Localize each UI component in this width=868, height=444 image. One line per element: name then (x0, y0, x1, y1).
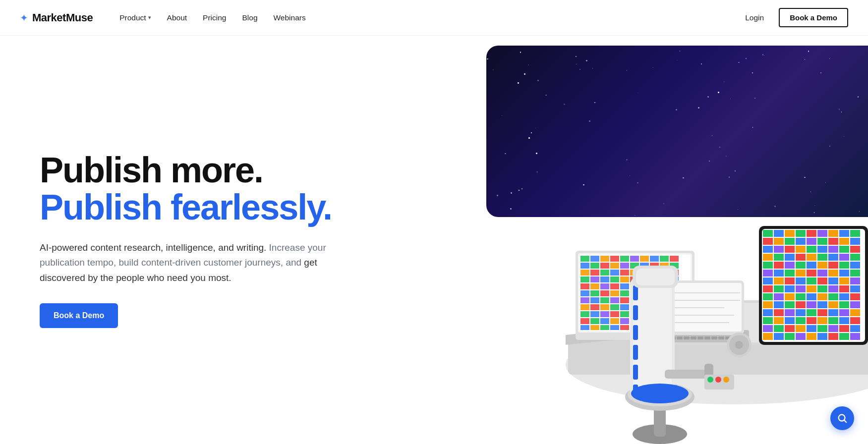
nav-links: Product ▾ About Pricing Blog Webinars (113, 9, 738, 26)
svg-point-305 (723, 377, 729, 383)
svg-rect-16 (590, 263, 599, 269)
svg-rect-126 (717, 332, 723, 335)
svg-rect-234 (807, 301, 816, 308)
svg-rect-264 (839, 325, 849, 332)
book-demo-nav-button[interactable]: Book a Demo (779, 8, 848, 27)
svg-rect-248 (763, 317, 773, 324)
hero-heading-line2: Publish fearlessly. (40, 189, 332, 226)
svg-rect-295 (633, 365, 638, 380)
nav-product[interactable]: Product ▾ (113, 9, 158, 26)
svg-rect-156 (839, 230, 849, 237)
login-button[interactable]: Login (738, 9, 771, 26)
svg-rect-113 (660, 325, 669, 330)
svg-rect-192 (839, 262, 849, 269)
svg-rect-13 (660, 256, 669, 262)
svg-rect-169 (785, 246, 795, 253)
svg-rect-98 (610, 318, 619, 324)
nav-blog[interactable]: Blog (235, 9, 264, 26)
svg-rect-247 (850, 309, 860, 316)
svg-rect-14 (670, 256, 679, 262)
nav-about[interactable]: About (160, 9, 194, 26)
svg-rect-261 (807, 325, 816, 332)
svg-rect-213 (774, 285, 784, 292)
svg-rect-5 (580, 256, 589, 262)
svg-rect-204 (774, 278, 784, 284)
svg-rect-226 (817, 293, 827, 300)
svg-rect-221 (763, 293, 773, 300)
svg-rect-4 (579, 255, 691, 331)
svg-rect-33 (660, 270, 669, 276)
svg-rect-9 (620, 256, 629, 262)
svg-rect-187 (785, 262, 795, 269)
svg-rect-18 (610, 263, 619, 269)
svg-point-140 (661, 340, 669, 348)
svg-rect-201 (839, 270, 849, 277)
svg-rect-11 (640, 256, 649, 262)
svg-rect-34 (670, 270, 679, 276)
svg-rect-128 (731, 332, 737, 335)
svg-rect-212 (763, 285, 773, 292)
svg-rect-202 (850, 270, 860, 277)
svg-rect-148 (762, 229, 865, 342)
svg-point-288 (628, 383, 692, 406)
svg-rect-94 (670, 311, 679, 317)
svg-rect-49 (620, 283, 629, 289)
svg-rect-136 (711, 336, 717, 339)
svg-rect-130 (662, 336, 676, 339)
svg-rect-259 (785, 325, 795, 332)
svg-rect-249 (774, 317, 784, 324)
svg-rect-190 (817, 262, 827, 269)
svg-rect-178 (785, 254, 795, 261)
svg-rect-135 (704, 336, 710, 339)
svg-rect-168 (774, 246, 784, 253)
book-demo-hero-button[interactable]: Book a Demo (40, 303, 118, 328)
svg-rect-263 (828, 325, 838, 332)
svg-rect-74 (670, 297, 679, 303)
svg-rect-142 (858, 276, 866, 295)
svg-rect-183 (839, 254, 849, 261)
nav-pricing[interactable]: Pricing (196, 9, 233, 26)
svg-rect-193 (850, 262, 860, 269)
svg-rect-252 (807, 317, 816, 324)
svg-rect-186 (774, 262, 784, 269)
svg-rect-173 (828, 246, 838, 253)
svg-rect-122 (690, 332, 695, 335)
svg-rect-243 (807, 309, 816, 316)
hero-heading-line1: Publish more. (40, 152, 332, 189)
svg-rect-12 (650, 256, 659, 262)
logo[interactable]: ✦ MarketMuse (20, 11, 93, 24)
svg-rect-165 (839, 238, 849, 245)
svg-rect-265 (850, 325, 860, 332)
svg-rect-24 (670, 263, 679, 269)
svg-rect-124 (703, 332, 709, 335)
svg-rect-106 (590, 325, 599, 330)
svg-rect-273 (839, 333, 849, 340)
search-bubble[interactable] (830, 406, 854, 430)
svg-rect-55 (580, 290, 589, 296)
svg-rect-255 (839, 317, 849, 324)
svg-point-287 (625, 383, 694, 411)
svg-rect-217 (817, 285, 827, 292)
svg-rect-91 (640, 311, 649, 317)
svg-rect-127 (724, 332, 730, 335)
svg-rect-85 (580, 311, 589, 317)
svg-rect-232 (785, 301, 795, 308)
svg-rect-123 (696, 332, 702, 335)
svg-rect-53 (660, 283, 669, 289)
svg-rect-191 (828, 262, 838, 269)
svg-rect-241 (785, 309, 795, 316)
svg-rect-30 (630, 270, 639, 276)
svg-rect-54 (670, 283, 679, 289)
svg-rect-26 (590, 270, 599, 276)
hero-description: AI-powered content research, intelligenc… (40, 240, 327, 285)
svg-rect-205 (785, 278, 795, 284)
nav-webinars[interactable]: Webinars (267, 9, 313, 26)
svg-rect-83 (660, 304, 669, 310)
svg-rect-75 (580, 304, 589, 310)
svg-rect-231 (774, 301, 784, 308)
svg-rect-99 (620, 318, 629, 324)
svg-rect-97 (600, 318, 609, 324)
svg-rect-208 (817, 278, 827, 284)
svg-rect-223 (785, 293, 795, 300)
svg-point-285 (633, 424, 687, 444)
